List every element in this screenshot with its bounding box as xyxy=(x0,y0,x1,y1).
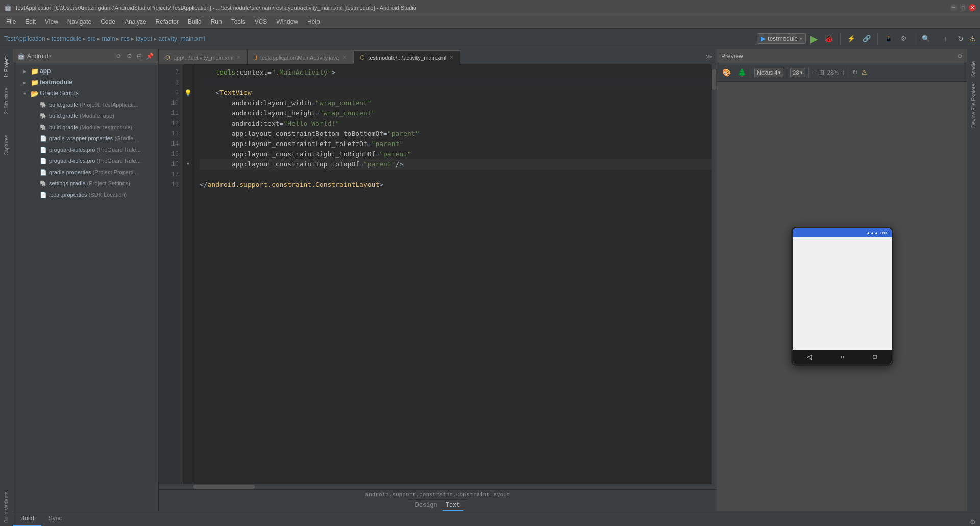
main-layout: 1: Project 2: Structure Captures 🤖 Andro… xyxy=(0,49,980,511)
menu-window[interactable]: Window xyxy=(272,17,302,27)
tab-overflow-button[interactable]: ≫ xyxy=(703,50,715,64)
gradle-vert-tab[interactable]: Gradle xyxy=(968,51,979,82)
api-dropdown[interactable]: 28 ▾ xyxy=(790,68,805,77)
update-button[interactable]: ↑ xyxy=(939,32,952,45)
run-config-label: testmodule xyxy=(768,35,798,42)
horizontal-scrollbar[interactable] xyxy=(159,484,717,489)
pin-icon[interactable]: 📌 xyxy=(145,53,154,60)
breadcrumb-file[interactable]: activity_main.xml xyxy=(158,35,205,42)
code-editor[interactable]: tools:context=".MainActivity"> <TextView… xyxy=(193,64,712,484)
sync-icon[interactable]: ⟳ xyxy=(114,53,124,60)
device-file-explorer-tab[interactable]: Device File Explorer xyxy=(968,82,979,133)
code-line-15: app:layout_constraintRight_toRightOf="pa… xyxy=(200,149,712,159)
device-dropdown[interactable]: Nexus 4 ▾ xyxy=(754,68,783,77)
tab-mainactivity-java[interactable]: J testapplication\MainActivity.java ✕ xyxy=(248,50,353,64)
menu-help[interactable]: Help xyxy=(303,17,324,27)
code-line-17 xyxy=(200,170,712,180)
tree-item-build-gradle-project[interactable]: 🐘 build.gradle (Project: TestApplicati..… xyxy=(13,99,158,110)
debug-button[interactable]: 🐞 xyxy=(822,34,836,43)
zoom-out-button[interactable]: − xyxy=(812,68,816,77)
tree-item-gradle-scripts[interactable]: ▾ 📂 Gradle Scripts xyxy=(13,88,158,99)
search-everywhere-button[interactable]: 🔍 xyxy=(919,32,933,45)
tab-activity-main-testmodule[interactable]: ⬡ testmodule\...\activity_main.xml ✕ xyxy=(353,50,460,64)
maximize-button[interactable]: □ xyxy=(960,4,967,11)
project-tab[interactable]: 1: Project xyxy=(1,51,12,83)
menu-run[interactable]: Run xyxy=(207,17,226,27)
tree-item-proguard2[interactable]: 📄 proguard-rules.pro (ProGuard Rule... xyxy=(13,155,158,166)
menu-file[interactable]: File xyxy=(2,17,20,27)
breadcrumb-layout[interactable]: layout xyxy=(136,35,152,42)
lightbulb-icon[interactable]: 💡 xyxy=(184,89,192,97)
editor-scrollbar[interactable] xyxy=(712,64,717,484)
structure-tab[interactable]: 2: Structure xyxy=(1,83,12,119)
tab-label-2: testapplication\MainActivity.java xyxy=(260,55,339,61)
tree-item-gradle-properties[interactable]: 📄 gradle.properties (Project Properti... xyxy=(13,166,158,178)
tree-label-proguard2: proguard-rules.pro (ProGuard Rule... xyxy=(49,158,141,164)
tree-label-proguard1: proguard-rules.pro (ProGuard Rule... xyxy=(49,147,141,153)
tab-close-1[interactable]: ✕ xyxy=(236,54,241,61)
settings-gear-icon[interactable]: ⚙ xyxy=(970,518,976,526)
menu-tools[interactable]: Tools xyxy=(227,17,250,27)
folder-icon: 📁 xyxy=(31,67,40,75)
tree-item-local-properties[interactable]: 📄 local.properties (SDK Location) xyxy=(13,189,158,200)
refresh-button[interactable]: ↻ xyxy=(954,32,967,45)
tree-item-app[interactable]: ▸ 📁 app xyxy=(13,65,158,77)
menu-navigate[interactable]: Navigate xyxy=(63,17,95,27)
menu-view[interactable]: View xyxy=(41,17,62,27)
menu-vcs[interactable]: VCS xyxy=(251,17,272,27)
profile-button[interactable]: ⚡ xyxy=(845,32,858,45)
project-view-label: Android xyxy=(27,53,48,60)
code-line-18: </android.support.constraint.ConstraintL… xyxy=(200,180,712,190)
close-button[interactable]: ✕ xyxy=(969,4,976,11)
text-tab[interactable]: Text xyxy=(443,500,463,511)
chevron-down-icon: ▾ xyxy=(49,54,52,59)
file-icon2: 📄 xyxy=(40,147,49,153)
tab-close-2[interactable]: ✕ xyxy=(342,54,347,61)
breadcrumb-res[interactable]: res xyxy=(121,35,130,42)
project-view-dropdown[interactable]: Android ▾ xyxy=(27,53,52,60)
toolbar-separator1 xyxy=(840,33,841,45)
tree-item-build-gradle-app[interactable]: 🐘 build.gradle (Module: app) xyxy=(13,110,158,122)
collapse-icon[interactable]: ⊟ xyxy=(135,53,144,60)
editor-area: ⬡ app\...\activity_main.xml ✕ J testappl… xyxy=(159,49,717,511)
menu-analyze[interactable]: Analyze xyxy=(120,17,151,27)
bottom-panel-settings[interactable]: ⚙ xyxy=(966,518,980,526)
attach-debug-button[interactable]: 🔗 xyxy=(860,32,873,45)
build-variants-side-tab[interactable]: Build Variants xyxy=(2,489,11,526)
captures-tab[interactable]: Captures xyxy=(1,130,12,161)
design-tab[interactable]: Design xyxy=(412,500,440,511)
settings-icon[interactable]: ⚙ xyxy=(125,53,134,60)
tree-item-testmodule[interactable]: ▸ 📁 testmodule xyxy=(13,77,158,88)
tab-activity-main-app[interactable]: ⬡ app\...\activity_main.xml ✕ xyxy=(159,50,248,64)
fold-arrow-icon[interactable]: ▼ xyxy=(187,162,189,167)
code-line-10: android:layout_width="wrap_content" xyxy=(200,98,712,108)
palette-button[interactable]: 🎨 xyxy=(720,66,732,79)
breadcrumb-src[interactable]: src xyxy=(87,35,95,42)
minimize-button[interactable]: ─ xyxy=(950,4,958,11)
refresh-preview-button[interactable]: ↻ xyxy=(852,68,858,76)
breadcrumb-app[interactable]: TestApplication xyxy=(4,35,45,42)
menu-refactor[interactable]: Refactor xyxy=(152,17,183,27)
tab-close-3[interactable]: ✕ xyxy=(449,54,454,61)
zoom-in-button[interactable]: + xyxy=(842,68,846,77)
preview-settings-icon[interactable]: ⚙ xyxy=(957,53,963,60)
editor-content: 7 8 9 10 11 12 13 14 15 16 17 18 xyxy=(159,64,717,511)
tree-item-build-gradle-testmodule[interactable]: 🐘 build.gradle (Module: testmodule) xyxy=(13,122,158,133)
avd-manager-button[interactable]: 📱 xyxy=(882,32,895,45)
build-tab[interactable]: Build xyxy=(13,512,41,526)
back-icon: ◁ xyxy=(807,353,812,361)
sync-tab[interactable]: Sync xyxy=(41,512,69,526)
menu-edit[interactable]: Edit xyxy=(21,17,40,27)
tree-item-proguard1[interactable]: 📄 proguard-rules.pro (ProGuard Rule... xyxy=(13,144,158,155)
menu-build[interactable]: Build xyxy=(184,17,206,27)
zoom-fit-button[interactable]: ⊞ xyxy=(819,69,824,76)
breadcrumb-module[interactable]: testmodule xyxy=(52,35,82,42)
sdk-manager-button[interactable]: ⚙ xyxy=(897,32,911,45)
run-config-dropdown[interactable]: ▶ testmodule ▾ xyxy=(757,33,806,44)
breadcrumb-main[interactable]: main xyxy=(102,35,115,42)
run-button[interactable]: ▶ xyxy=(808,33,820,45)
tree-item-settings-gradle[interactable]: 🐘 settings.gradle (Project Settings) xyxy=(13,178,158,189)
menu-code[interactable]: Code xyxy=(96,17,119,27)
component-tree-button[interactable]: 🌲 xyxy=(736,66,748,79)
tree-item-gradle-wrapper[interactable]: 📄 gradle-wrapper.properties (Gradle... xyxy=(13,133,158,144)
